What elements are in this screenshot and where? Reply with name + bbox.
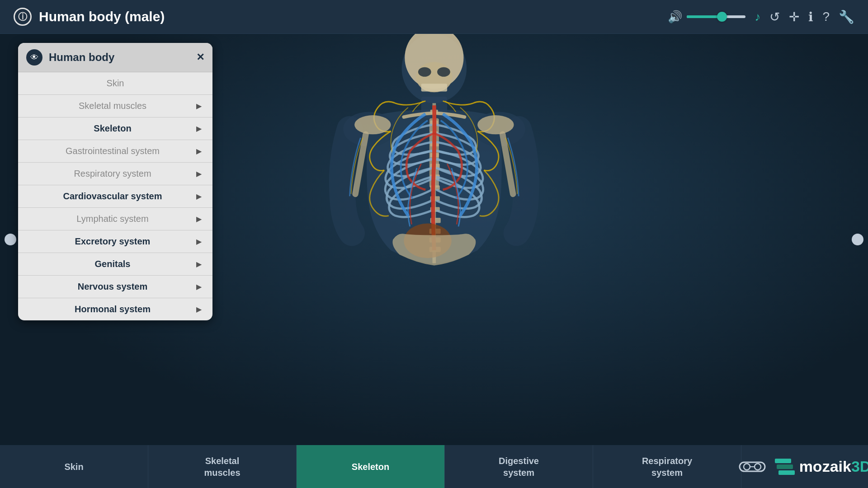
- human-body-3d: [304, 34, 564, 445]
- brand-area: mozaik3D: [741, 445, 868, 488]
- menu-item-excretory-system[interactable]: Excretory system▶: [18, 230, 212, 253]
- menu-item-label: Gastrointestinal system: [29, 146, 196, 156]
- header-controls: 🔊 ♪ ↺ ✛ ℹ ? 🔧: [668, 9, 854, 24]
- svg-point-7: [437, 67, 450, 77]
- chevron-right-icon: ▶: [196, 305, 202, 314]
- chevron-right-icon: ▶: [196, 124, 202, 133]
- menu-item-lymphatic-system[interactable]: Lymphatic system▶: [18, 208, 212, 230]
- tab-label-line2: system: [651, 467, 683, 478]
- chevron-right-icon: ▶: [196, 282, 202, 291]
- right-nav-dot[interactable]: [852, 234, 863, 245]
- panel-title: Human body: [49, 51, 190, 64]
- panel-eye-icon[interactable]: 👁: [26, 49, 42, 66]
- menu-item-label: Skin: [29, 78, 202, 89]
- menu-item-label: Genitals: [29, 259, 196, 269]
- chevron-right-icon: ▶: [196, 215, 202, 223]
- help-icon[interactable]: ?: [822, 9, 830, 24]
- svg-point-32: [755, 464, 761, 470]
- vr-icon[interactable]: [739, 459, 766, 475]
- bottom-tab-digestive[interactable]: Digestivesystem: [445, 445, 593, 488]
- menu-item-skeleton[interactable]: Skeleton▶: [18, 117, 212, 140]
- chevron-right-icon: ▶: [196, 192, 202, 201]
- menu-item-skeletal-muscles[interactable]: Skeletal muscles▶: [18, 95, 212, 117]
- panel-close-button[interactable]: ✕: [196, 52, 204, 63]
- main-content: 👁 Human body ✕ SkinSkeletal muscles▶Skel…: [0, 34, 868, 445]
- tab-label-line1: Skeleton: [352, 461, 389, 472]
- bottom-tab-skeletal[interactable]: Skeletalmuscles: [148, 445, 297, 488]
- panel-header: 👁 Human body ✕: [18, 43, 212, 72]
- chevron-right-icon: ▶: [196, 147, 202, 155]
- chevron-right-icon: ▶: [196, 260, 202, 268]
- tab-label-line2: muscles: [204, 467, 240, 478]
- menu-item-label: Lymphatic system: [29, 214, 196, 224]
- tab-label-line2: system: [503, 467, 534, 478]
- body-systems-panel: 👁 Human body ✕ SkinSkeletal muscles▶Skel…: [18, 43, 212, 320]
- svg-point-27: [477, 115, 514, 134]
- menu-item-label: Skeletal muscles: [29, 101, 196, 111]
- menu-item-genitals[interactable]: Genitals▶: [18, 253, 212, 276]
- chevron-right-icon: ▶: [196, 102, 202, 110]
- header: ⓘ Human body (male) 🔊 ♪ ↺ ✛ ℹ ? 🔧: [0, 0, 868, 34]
- menu-item-label: Respiratory system: [29, 169, 196, 179]
- tab-label-line1: Skin: [64, 461, 83, 472]
- move-icon[interactable]: ✛: [789, 9, 799, 24]
- svg-point-31: [744, 464, 750, 470]
- svg-point-6: [418, 67, 431, 77]
- menu-item-hormonal-system[interactable]: Hormonal system▶: [18, 298, 212, 320]
- volume-control[interactable]: 🔊: [668, 10, 745, 24]
- volume-thumb: [717, 12, 727, 22]
- refresh-icon[interactable]: ↺: [769, 9, 780, 24]
- left-nav-dot[interactable]: [5, 234, 16, 245]
- header-info-icon[interactable]: ⓘ: [14, 8, 32, 26]
- menu-item-nervous-system[interactable]: Nervous system▶: [18, 276, 212, 298]
- chevron-right-icon: ▶: [196, 237, 202, 246]
- svg-point-26: [354, 115, 391, 134]
- bottom-tab-respiratory[interactable]: Respiratorysystem: [593, 445, 741, 488]
- menu-item-label: Cardiovascular system: [29, 191, 196, 202]
- tab-label-line1: Respiratory: [642, 455, 692, 466]
- info-icon[interactable]: ℹ: [808, 9, 813, 24]
- brand-name: mozaik3D: [799, 458, 868, 475]
- chevron-right-icon: ▶: [196, 169, 202, 178]
- menu-item-label: Hormonal system: [29, 304, 196, 314]
- music-icon[interactable]: ♪: [755, 10, 760, 24]
- menu-item-skin[interactable]: Skin: [18, 72, 212, 95]
- menu-item-gastrointestinal-system[interactable]: Gastrointestinal system▶: [18, 140, 212, 163]
- bottom-tab-skin[interactable]: Skin: [0, 445, 148, 488]
- menu-item-label: Nervous system: [29, 282, 196, 292]
- panel-menu: SkinSkeletal muscles▶Skeleton▶Gastrointe…: [18, 72, 212, 320]
- menu-item-respiratory-system[interactable]: Respiratory system▶: [18, 163, 212, 185]
- header-left: ⓘ Human body (male): [14, 8, 165, 26]
- app-title: Human body (male): [39, 9, 165, 24]
- bottom-tabs: SkinSkeletalmusclesSkeletonDigestivesyst…: [0, 445, 741, 488]
- tab-label-line1: Skeletal: [205, 455, 240, 466]
- volume-slider[interactable]: [687, 15, 745, 18]
- settings-icon[interactable]: 🔧: [839, 9, 854, 24]
- bottom-navigation: SkinSkeletalmusclesSkeletonDigestivesyst…: [0, 445, 868, 488]
- mozaik-icon: [777, 459, 793, 475]
- menu-item-cardiovascular-system[interactable]: Cardiovascular system▶: [18, 185, 212, 208]
- svg-rect-8: [421, 84, 447, 91]
- bottom-tab-skeleton[interactable]: Skeleton: [297, 445, 445, 488]
- menu-item-label: Skeleton: [29, 123, 196, 134]
- volume-icon[interactable]: 🔊: [668, 10, 682, 24]
- tab-label-line1: Digestive: [499, 455, 539, 466]
- menu-item-label: Excretory system: [29, 236, 196, 247]
